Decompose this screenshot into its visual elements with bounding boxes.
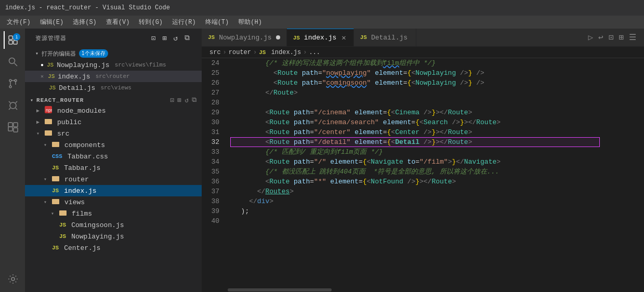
code-line-34: <Route path="/" element={<Navigate to="/… [233, 157, 597, 167]
tab-label-index: index.js [304, 34, 336, 42]
project-root[interactable]: ▾ REACT_ROUTER ⊡ ⊞ ↺ ⧉ [25, 94, 202, 105]
tree-node-modules[interactable]: ▶ npm node_modules [25, 105, 202, 116]
breadcrumb-filename: index.js [271, 49, 301, 56]
svg-rect-10 [8, 127, 12, 131]
public-folder-icon [45, 117, 52, 127]
svg-rect-0 [9, 36, 12, 39]
menu-help[interactable]: 帮助(H) [234, 17, 266, 28]
file-close-index[interactable]: ✕ [41, 73, 44, 79]
layout-icon[interactable]: ☰ [629, 32, 636, 43]
tab-js-icon-detail: JS [360, 34, 367, 41]
breadcrumb-sep2: › [253, 49, 257, 56]
run-icon[interactable]: ▷ [588, 32, 593, 43]
more-actions-icon[interactable]: ⊞ [619, 32, 624, 43]
new-file-icon[interactable]: ⊡ [150, 33, 157, 44]
sidebar-title: 资源管理器 [35, 34, 67, 42]
open-file-nowplaying[interactable]: ● JS Nowplaying.js src\views\films [25, 59, 202, 71]
tree-comingsoon[interactable]: JS Comingsoon.js [25, 219, 202, 231]
new-folder-project-icon[interactable]: ⊞ [177, 96, 181, 104]
tabbar-css-label: Tabbar.css [68, 153, 108, 161]
svg-rect-2 [9, 41, 12, 44]
js-icon-tabbar: JS [52, 165, 59, 171]
editor-area: JS Nowplaying.js JS index.js ✕ JS Detail… [202, 29, 644, 292]
file-name-index: index.js [58, 73, 90, 81]
public-label: public [57, 118, 82, 126]
index-js-label: index.js [64, 187, 96, 195]
tree-views[interactable]: ▾ views [25, 196, 202, 208]
refresh-project-icon[interactable]: ↺ [185, 96, 189, 104]
open-file-index[interactable]: ✕ JS index.js src\router [25, 71, 202, 82]
svg-line-5 [15, 63, 18, 67]
code-line-36: <Route path="*" element={<NotFound />}><… [233, 177, 597, 187]
tree-tabbar-js[interactable]: JS Tabbar.js [25, 162, 202, 174]
project-name: REACT_ROUTER [36, 97, 84, 103]
refresh-icon[interactable]: ↺ [173, 33, 179, 44]
editor-toolbar: ▷ ↩ ⊡ ⊞ ☰ [588, 29, 644, 46]
split-icon[interactable]: ↩ [598, 32, 603, 43]
open-editors-header[interactable]: ▾ 打开的编辑器 1个未保存 [25, 48, 202, 59]
split-editor-icon[interactable]: ⊡ [609, 32, 614, 43]
tab-close-index[interactable]: ✕ [340, 32, 347, 43]
tree-center[interactable]: JS Center.js [25, 242, 202, 254]
activity-debug[interactable] [4, 97, 21, 114]
breadcrumb-sep1: › [223, 49, 227, 56]
tree-tabbar-css[interactable]: CSS Tabbar.css [25, 151, 202, 162]
tree-nowplaying[interactable]: JS Nowplaying.js [25, 231, 202, 242]
svg-rect-24 [59, 210, 67, 216]
activity-git[interactable] [4, 75, 21, 92]
collapse-project-icon[interactable]: ⧉ [192, 96, 196, 104]
svg-point-15 [11, 277, 15, 281]
scroll-thumb[interactable] [228, 288, 332, 291]
activity-settings[interactable] [4, 270, 21, 288]
svg-rect-19 [45, 119, 48, 120]
tab-js-icon-index: JS [293, 35, 300, 41]
sidebar-header-icons: ⊡ ⊞ ↺ ⧉ [150, 33, 191, 44]
breadcrumb-src[interactable]: src [209, 49, 221, 56]
activity-badge: 1 [13, 33, 20, 41]
tab-detail[interactable]: JS Detail.js [354, 29, 416, 46]
tab-nowplaying[interactable]: JS Nowplaying.js [202, 29, 287, 46]
tree-components[interactable]: ▾ components [25, 139, 202, 151]
title-text: index.js - react_router - Visual Studio … [5, 4, 170, 11]
menu-edit[interactable]: 编辑(E) [36, 17, 68, 28]
new-folder-icon[interactable]: ⊞ [161, 33, 168, 44]
svg-rect-13 [8, 123, 12, 127]
css-icon-tabbar: CSS [52, 153, 62, 160]
breadcrumb-symbol[interactable]: ... [309, 49, 320, 56]
tree-films[interactable]: ▾ films [25, 208, 202, 219]
project-icons: ⊡ ⊞ ↺ ⧉ [170, 96, 196, 104]
code-line-27: </Route> [233, 88, 597, 98]
code-line-31: <Route path="/center" element={<Center /… [233, 127, 597, 137]
svg-rect-12 [14, 128, 18, 132]
activity-extensions[interactable] [4, 118, 21, 136]
menu-view[interactable]: 查看(V) [102, 17, 134, 28]
menu-run[interactable]: 运行(R) [168, 17, 200, 28]
code-line-40 [233, 216, 597, 226]
svg-rect-21 [52, 142, 59, 147]
menu-file[interactable]: 文件(F) [3, 17, 35, 28]
title-bar: index.js - react_router - Visual Studio … [0, 0, 644, 16]
breadcrumb-file[interactable]: JS index.js [259, 49, 301, 56]
tree-src[interactable]: ▾ src [25, 128, 202, 139]
open-file-detail[interactable]: JS Detail.js src\views [25, 82, 202, 94]
activity-explorer[interactable]: 1 [4, 31, 21, 49]
tree-public[interactable]: ▶ public [25, 116, 202, 128]
tree-index-js[interactable]: JS index.js [25, 185, 202, 196]
menu-select[interactable]: 选择(S) [69, 17, 101, 28]
breadcrumb-router[interactable]: router [229, 49, 251, 56]
menu-goto[interactable]: 转到(G) [135, 17, 167, 28]
horizontal-scrollbar[interactable] [202, 288, 644, 292]
code-line-32: <Route path="/detail" element={<Detail /… [233, 137, 597, 147]
line-numbers: 24 25 26 27 28 29 30 31 32 33 34 35 36 3… [202, 58, 228, 288]
tab-label-detail: Detail.js [371, 34, 408, 42]
tab-index[interactable]: JS index.js ✕ [287, 29, 354, 46]
tab-js-icon-nowplaying: JS [208, 34, 215, 41]
code-area[interactable]: {/* 这样的写法是将这两个组件加载到film组件中 */} <Route pa… [228, 58, 602, 288]
svg-point-4 [9, 58, 15, 64]
main-area: 1 [0, 29, 644, 292]
collapse-icon[interactable]: ⧉ [183, 33, 191, 44]
menu-terminal[interactable]: 终端(T) [201, 17, 233, 28]
activity-search[interactable] [4, 53, 21, 71]
tree-router[interactable]: ▾ router [25, 174, 202, 185]
new-file-project-icon[interactable]: ⊡ [170, 96, 175, 104]
